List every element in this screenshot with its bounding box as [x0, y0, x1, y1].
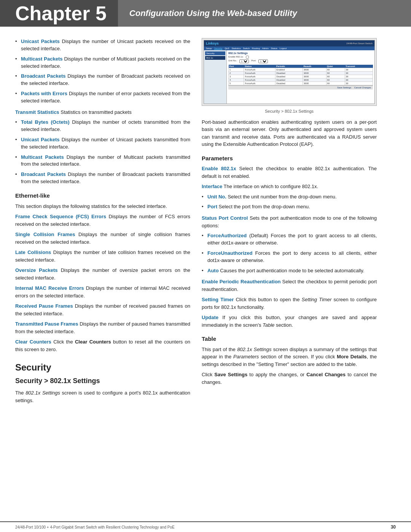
term-total-bytes: Total Bytes (Octets)	[21, 119, 70, 125]
table-text3: section of the screen. If you click	[259, 354, 337, 359]
table-row: 1ForceAuthEnabled36006030	[229, 68, 373, 72]
term-auto: Auto	[207, 268, 219, 273]
setting-italic: Setting Timer	[302, 297, 332, 302]
router-main-content: 802.1x Settings Enable 802.1x: Unit No.:…	[227, 50, 374, 104]
router-header: Linksys 24/48-Port Smart Switch	[204, 40, 374, 46]
ethernet-desc: This section displays the following stat…	[15, 203, 190, 210]
status-para: Status Port Control Sets the port authen…	[202, 214, 377, 229]
late-para: Late Collisions Displays the number of l…	[15, 249, 190, 264]
transmit-bullets: Total Bytes (Octets) Displays the number…	[15, 119, 190, 185]
page-number: 30	[391, 524, 396, 530]
footer-text: 24/48-Port 10/100 + 4-Port Gigabit Smart…	[15, 525, 175, 529]
click-text: Click	[202, 372, 214, 377]
list-item: Packets with Errors Displays the number …	[15, 90, 190, 105]
nav-statistics: Statistics	[231, 47, 241, 50]
update-text2: section.	[274, 322, 293, 328]
page-footer: 24/48-Port 10/100 + 4-Port Gigabit Smart…	[0, 521, 411, 532]
router-table: Port Status Periodic Reauth Quiet Transm…	[228, 65, 373, 85]
screenshot-caption: Security > 802.1x Settings	[202, 108, 377, 115]
router-page-title: 802.1x Settings	[228, 52, 373, 54]
port-text: Select the port from the drop-down menu.	[217, 204, 310, 209]
security-heading: Security	[15, 361, 190, 374]
interface-term: Interface	[202, 184, 222, 189]
th-reauth: Reauth	[303, 65, 326, 68]
nav-switch: Switch	[243, 47, 250, 50]
receive-bullets: Unicast Packets Displays the number of U…	[15, 38, 190, 105]
security-desc: The	[15, 390, 25, 396]
th-quiet: Quiet	[326, 65, 345, 68]
router-body: Security 802.1x 802.1x Settings Enable 8…	[204, 50, 374, 104]
term-unicast-tx: Unicast Packets	[21, 137, 59, 142]
single-para: Single Collision Frames Displays the num…	[15, 231, 190, 246]
save-settings-btn[interactable]: Save Settings	[337, 86, 351, 89]
th-periodic: Periodic	[276, 65, 303, 68]
table-bold: More Details	[337, 354, 367, 359]
update-para: Update If you click this button, your ch…	[202, 314, 377, 329]
chapter-label: Chapter 5	[0, 0, 118, 27]
save-text: to apply the changes, or	[247, 372, 306, 377]
unit-label: Unit No.:	[228, 59, 237, 63]
nav-logout: Logout	[280, 47, 287, 50]
port-select[interactable]: 1	[258, 59, 268, 63]
router-screenshot: Linksys 24/48-Port Smart Switch Setup Se…	[202, 38, 377, 106]
update-italic: Table	[263, 322, 274, 328]
enable-label: Enable 802.1x:	[228, 56, 244, 59]
nav-routing: Routing	[252, 47, 260, 50]
term-multicast-tx: Multicast Packets	[21, 154, 64, 160]
term-packets-errors: Packets with Errors	[21, 91, 67, 96]
cancel-bold: Cancel Changes	[306, 372, 346, 377]
interface-bullets: Unit No. Select the unit number from the…	[202, 193, 377, 211]
transmit-desc: Statistics on transmitted packets	[59, 109, 132, 115]
table-row: 3ForceAuthDisabled36006030	[229, 75, 373, 78]
sidebar-802: 802.1x	[205, 56, 225, 60]
term-multicast-packets: Multicast Packets	[21, 56, 62, 62]
list-item: Unit No. Select the unit number from the…	[202, 193, 377, 201]
nav-setup: Setup	[206, 47, 212, 50]
enable-term: Enable 802.1x	[202, 166, 236, 171]
periodic-term: Enable Periodic Reauthentication	[202, 279, 281, 284]
table-heading: Table	[202, 335, 377, 343]
term-unicast-packets: Unicast Packets	[21, 38, 60, 44]
list-item: Total Bytes (Octets) Displays the number…	[15, 119, 190, 133]
unit-text: Select the unit number from the drop-dow…	[226, 194, 337, 200]
right-column: Linksys 24/48-Port Smart Switch Setup Se…	[202, 38, 377, 407]
received-term: Received Pause Frames	[15, 303, 73, 309]
save-para: Click Save Settings to apply the changes…	[202, 371, 377, 386]
left-column: Unicast Packets Displays the number of U…	[15, 38, 190, 407]
setting-para: Setting Timer Click this button to open …	[202, 296, 377, 311]
th-status: Status	[244, 65, 276, 68]
fcs-para: Frame Check Sequence (FCS) Errors Displa…	[15, 213, 190, 228]
table-text1: This part of the	[202, 347, 237, 352]
th-port: Port	[229, 65, 244, 68]
term-unit-no: Unit No.	[207, 194, 226, 200]
term-broadcast-packets: Broadcast Packets	[21, 73, 66, 79]
th-transmit: Transmit	[345, 65, 373, 68]
chapter-text: Chapter 5	[15, 2, 107, 25]
nav-security: Security	[214, 47, 223, 50]
ethernet-heading: Ethernet-like	[15, 192, 190, 200]
unit-select[interactable]: 1	[239, 59, 249, 63]
received-para: Received Pause Frames Displays the numbe…	[15, 302, 190, 317]
interface-para: Interface The interface on which to conf…	[202, 183, 377, 190]
status-term: Status Port Control	[202, 215, 248, 221]
router-params: Enable 802.1x: Unit No.: 1 Port: 1	[228, 56, 373, 63]
transmit-heading-para: Transmit Statistics Statistics on transm…	[15, 109, 190, 116]
intro-text: Port-based authentication enables authen…	[202, 118, 377, 148]
table-row: 2ForceAuthDisabled36006030	[229, 72, 373, 75]
clear-text: Click the	[51, 339, 75, 345]
list-item: ForceUnauthorized Forces the port to den…	[202, 250, 377, 264]
router-footer-buttons: Save Settings Cancel Changes	[228, 85, 373, 89]
term-broadcast-tx: Broadcast Packets	[21, 171, 66, 177]
router-enable-row: Enable 802.1x:	[228, 56, 373, 59]
status-bullets: ForceAuthorized (Default) Forces the por…	[202, 232, 377, 274]
enable-checkbox[interactable]	[246, 56, 249, 59]
interface-text: The interface on which to configure 802.…	[222, 184, 318, 189]
table-italic2: Parameters	[233, 354, 259, 359]
table-desc-para: This part of the 802.1x Settings screen …	[202, 346, 377, 368]
clear-term: Clear Counters	[15, 339, 51, 345]
transmit-heading: Transmit Statistics	[15, 109, 59, 115]
table-row: 5ForceAuthDisabled36006030	[229, 82, 373, 85]
enable-para: Enable 802.1x Select the checkbox to ena…	[202, 165, 377, 180]
cancel-changes-btn[interactable]: Cancel Changes	[354, 86, 371, 89]
list-item: Port Select the port from the drop-down …	[202, 203, 377, 211]
